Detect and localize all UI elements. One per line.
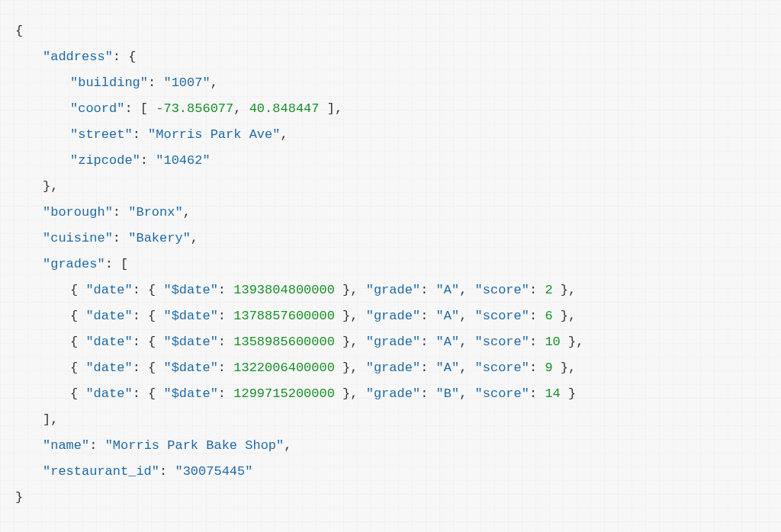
key-building: building bbox=[78, 75, 140, 90]
value-name: Morris Park Bake Shop bbox=[113, 438, 276, 453]
key-name: name bbox=[50, 438, 82, 453]
value-borough: Bronx bbox=[136, 205, 175, 220]
grade-1-date: 1378857600000 bbox=[233, 309, 335, 323]
grade-4-grade: B bbox=[444, 386, 452, 401]
key-street: street bbox=[78, 127, 124, 142]
key-address: address bbox=[50, 50, 104, 64]
grade-2-score: 10 bbox=[545, 335, 560, 349]
grade-0-score: 2 bbox=[545, 283, 552, 297]
value-restaurant-id: 30075445 bbox=[183, 464, 246, 479]
grade-1-grade: A bbox=[444, 309, 452, 323]
grade-2-date: 1358985600000 bbox=[233, 335, 335, 349]
value-coord-0: -73.856077 bbox=[156, 101, 233, 116]
grade-3-grade: A bbox=[444, 361, 452, 375]
value-building: 1007 bbox=[172, 75, 203, 90]
key-borough: borough bbox=[50, 205, 104, 220]
key-zipcode: zipcode bbox=[78, 153, 132, 168]
value-street: Morris Park Ave bbox=[156, 127, 272, 142]
grade-4-date: 1299715200000 bbox=[233, 386, 335, 401]
grade-0-date: 1393804800000 bbox=[233, 283, 335, 297]
grade-4-score: 14 bbox=[545, 386, 560, 401]
grade-0-grade: A bbox=[444, 283, 452, 297]
grade-2-grade: A bbox=[444, 335, 452, 349]
key-coord: coord bbox=[78, 101, 117, 116]
value-coord-1: 40.848447 bbox=[249, 101, 320, 116]
key-cuisine: cuisine bbox=[50, 231, 104, 245]
key-grades: grades bbox=[50, 257, 97, 271]
grade-1-score: 6 bbox=[545, 309, 552, 323]
value-zipcode: 10462 bbox=[163, 153, 202, 168]
value-cuisine: Bakery bbox=[136, 231, 182, 245]
grade-3-date: 1322006400000 bbox=[233, 361, 335, 375]
grade-3-score: 9 bbox=[545, 361, 552, 375]
json-code-block: { "address": { "building": "1007", "coor… bbox=[15, 18, 766, 511]
key-restaurant-id: restaurant_id bbox=[50, 464, 152, 479]
